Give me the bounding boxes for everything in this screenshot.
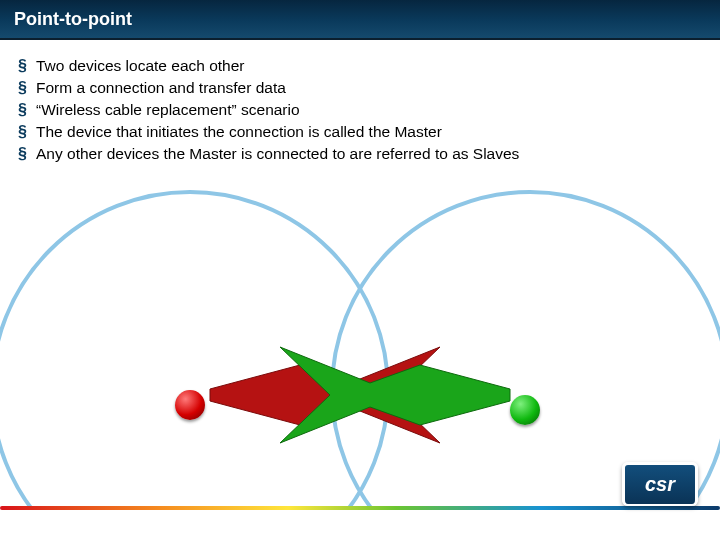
bullet-text: Form a connection and transfer data [36, 78, 286, 98]
bullet-list: § Two devices locate each other § Form a… [18, 56, 698, 166]
logo-text: csr [645, 473, 675, 496]
list-item: § Two devices locate each other [18, 56, 698, 76]
diagram-area [0, 190, 720, 510]
bullet-icon: § [18, 100, 36, 120]
master-node-icon [175, 390, 205, 420]
bullet-text: The device that initiates the connection… [36, 122, 442, 142]
connection-burst [200, 340, 520, 450]
bullet-icon: § [18, 56, 36, 76]
list-item: § Form a connection and transfer data [18, 78, 698, 98]
bullet-icon: § [18, 144, 36, 164]
bullet-text: “Wireless cable replacement” scenario [36, 100, 300, 120]
bullet-text: Any other devices the Master is connecte… [36, 144, 519, 164]
list-item: § “Wireless cable replacement” scenario [18, 100, 698, 120]
bullet-text: Two devices locate each other [36, 56, 245, 76]
footer-rainbow-swoosh [0, 506, 720, 510]
title-bar: Point-to-point [0, 0, 720, 40]
slide: Point-to-point § Two devices locate each… [0, 0, 720, 540]
csr-logo: csr [622, 462, 698, 506]
slide-title: Point-to-point [14, 9, 132, 30]
list-item: § Any other devices the Master is connec… [18, 144, 698, 164]
bullet-icon: § [18, 122, 36, 142]
list-item: § The device that initiates the connecti… [18, 122, 698, 142]
slave-node-icon [510, 395, 540, 425]
bullet-icon: § [18, 78, 36, 98]
